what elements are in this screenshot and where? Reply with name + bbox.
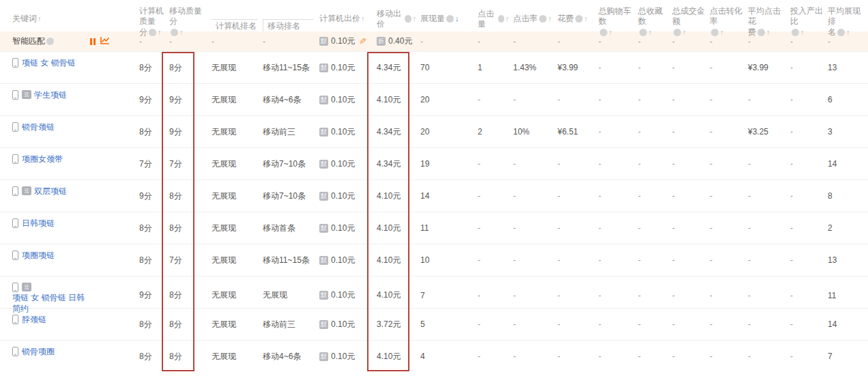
cell-avg-rank: 7 <box>823 341 868 372</box>
cell-pc-bid: 默0.10元 <box>314 116 371 147</box>
trend-chart-icon[interactable] <box>100 36 110 47</box>
sort-asc-icon[interactable]: ↑ <box>584 14 588 24</box>
col-header-label: 关键词 <box>12 14 37 24</box>
cell-value: 7分 <box>169 158 182 170</box>
cell-value: - <box>748 291 751 300</box>
info-icon[interactable] <box>539 15 547 23</box>
cell-value: - <box>478 159 480 169</box>
cell-avg-cpc: - <box>744 84 786 115</box>
cell-value: 无展现 <box>212 62 236 74</box>
cell-value: 8分 <box>139 255 152 266</box>
cell-value: - <box>710 223 712 233</box>
keyword-link[interactable]: 项圈女颈带 <box>22 154 63 165</box>
keyword-link[interactable]: 项圈项链 <box>22 250 55 261</box>
cell-roi: - <box>786 341 823 372</box>
cell-value: 9分 <box>139 94 152 106</box>
cell-value: ¥3.99 <box>558 63 578 72</box>
cell-value: - <box>748 352 751 361</box>
keyword-link[interactable]: 脖颈链 <box>22 314 46 325</box>
cell-value: - <box>638 127 641 137</box>
cell-value: - <box>558 255 560 265</box>
cell-mobile-score: 7分 <box>164 244 205 276</box>
cell-value: - <box>513 255 516 265</box>
cell-ctr: - <box>509 341 553 372</box>
keyword-link[interactable]: 学生项链 <box>34 89 67 100</box>
cell-mobile-rank: 移动11~15条 <box>258 52 314 83</box>
col-header-label: 移动排名 <box>263 19 314 31</box>
cell-value: 9分 <box>139 289 152 301</box>
info-icon[interactable] <box>405 15 411 23</box>
mobile-phone-icon <box>12 186 18 196</box>
default-bid-badge-icon: 默 <box>319 291 328 300</box>
cell-value: - <box>672 127 675 137</box>
info-icon[interactable] <box>446 15 454 23</box>
cell-value: - <box>598 191 601 201</box>
cell-value: - <box>598 95 601 104</box>
empty-value: - <box>828 37 830 46</box>
cell-pc-score: 8分 <box>134 116 164 147</box>
cell-value: - <box>790 319 793 329</box>
smart-match-row: 智能匹配----默0.10元✎折0.40元----------- <box>0 31 868 51</box>
cell-value: 6 <box>828 95 833 104</box>
cell-pc-rank: 无展现 <box>205 84 258 115</box>
table-row: 锁骨项圈8分8分无展现移动4~6条默0.10元4.10元4---------7 <box>0 340 868 372</box>
cell-avg-cpc: - <box>744 309 786 340</box>
keyword-link[interactable]: 锁骨项圈 <box>22 346 55 357</box>
empty-value: - <box>513 37 516 46</box>
keyword-link[interactable]: 锁骨颈链 <box>22 122 55 132</box>
mobile-bid-value: 0.40元 <box>388 35 412 47</box>
cell-value: - <box>478 223 480 233</box>
cell-value: - <box>790 223 793 233</box>
cell-value: 8分 <box>169 62 182 74</box>
cell-value: 8分 <box>139 62 152 74</box>
cell-carts: - <box>594 148 633 180</box>
sort-asc-icon[interactable]: ↑ <box>548 14 552 24</box>
cell-carts: - <box>594 244 633 276</box>
cell-carts: - <box>594 180 633 212</box>
cell-cvr: - <box>706 52 744 83</box>
cell-gmv: - <box>667 341 706 372</box>
cell-value: 8分 <box>139 351 152 362</box>
pause-icon[interactable] <box>90 38 96 45</box>
keyword-link[interactable]: 日韩项链 <box>22 218 55 229</box>
cell-value: 移动7~10条 <box>263 190 306 202</box>
info-icon[interactable] <box>575 15 583 23</box>
cell-gmv: - <box>667 84 706 115</box>
cell-clicks: - <box>472 309 509 340</box>
cell-value: - <box>672 319 675 329</box>
cell-value: 4.10元 <box>377 289 401 301</box>
cell-value: 11 <box>420 223 429 233</box>
cell-value: 移动4~6条 <box>263 94 301 106</box>
cell-value: 4.34元 <box>377 158 401 170</box>
cell-ctr: 10% <box>509 116 553 147</box>
cell-value: - <box>478 352 480 361</box>
cell-gmv: - <box>667 244 706 276</box>
cell-value: - <box>790 159 793 169</box>
cell-avg-cpc: ¥3.99 <box>744 52 786 83</box>
col-header-label: 计算机出价 <box>319 14 360 24</box>
keyword-link[interactable]: 双层项链 <box>34 186 67 197</box>
info-icon[interactable] <box>498 15 504 23</box>
cell-value: 移动11~15条 <box>263 255 310 266</box>
cell-value: 5 <box>420 319 425 329</box>
cell-value: - <box>478 291 480 300</box>
cell-value: 7 <box>828 352 833 361</box>
sort-desc-icon[interactable]: ↓ <box>455 14 459 24</box>
edit-bid-icon[interactable]: ✎ <box>359 36 366 46</box>
smart-match-cell: - <box>823 31 868 51</box>
cell-value: - <box>748 191 751 201</box>
cell-value: 8分 <box>139 223 152 234</box>
keyword-source-badge-icon: 云 <box>22 283 31 291</box>
cell-value: 20 <box>420 127 429 137</box>
sort-asc-icon[interactable]: ↑ <box>38 14 42 24</box>
cell-clicks: - <box>472 148 509 180</box>
cell-keyword: 脖颈链 <box>0 309 134 340</box>
cell-value: - <box>790 127 793 137</box>
sort-asc-icon[interactable]: ↑ <box>361 14 365 24</box>
keyword-link[interactable]: 项链 女 锁骨链 <box>22 57 76 68</box>
info-icon[interactable] <box>46 38 54 45</box>
cell-pc-score: 9分 <box>134 84 164 115</box>
cell-value: - <box>598 319 601 329</box>
cell-value: ¥6.51 <box>558 127 578 137</box>
cell-value: - <box>672 291 675 300</box>
